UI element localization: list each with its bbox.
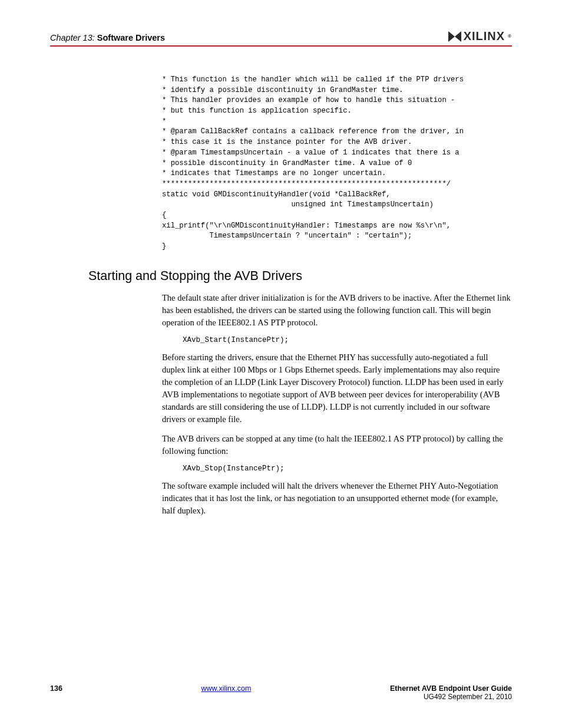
page-number: 136 [50,684,62,693]
chapter-title: Software Drivers [97,33,165,42]
guide-version: UG492 September 21, 2010 [390,693,512,701]
chapter-prefix: Chapter 13: [50,33,95,42]
code-start-call: XAvb_Start(InstancePtr); [183,336,512,344]
xilinx-logo: XILINX® [448,29,512,43]
footer-right-block: Ethernet AVB Endpoint User Guide UG492 S… [390,684,512,701]
code-stop-call: XAvb_Stop(InstancePtr); [183,465,512,473]
page-footer: 136 www.xilinx.com Ethernet AVB Endpoint… [50,684,512,701]
logo-text: XILINX [464,29,505,43]
logo-mark-icon [448,31,461,42]
registered-icon: ® [508,34,512,39]
section-heading: Starting and Stopping the AVB Drivers [88,269,512,284]
code-block-handler: * This function is the handler which wil… [162,75,512,252]
paragraph-3: The AVB drivers can be stopped at any ti… [162,433,512,457]
paragraph-1: The default state after driver initializ… [162,292,512,329]
paragraph-2: Before starting the drivers, ensure that… [162,351,512,426]
chapter-label: Chapter 13: Software Drivers [50,32,165,43]
guide-title: Ethernet AVB Endpoint User Guide [390,684,512,693]
page-header: Chapter 13: Software Drivers XILINX® [50,29,512,47]
paragraph-4: The software example included will halt … [162,480,512,517]
website-link[interactable]: www.xilinx.com [201,684,252,693]
